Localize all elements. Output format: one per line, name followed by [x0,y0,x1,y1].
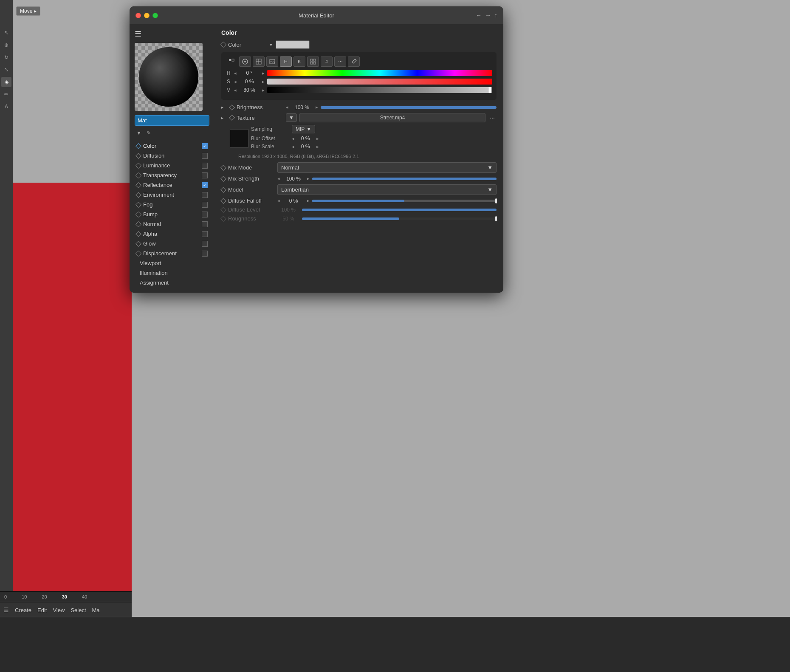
diffuse-falloff-slider[interactable] [312,200,497,202]
v-value[interactable]: 80 % [239,87,260,93]
toolbar-scale-icon[interactable]: ⤡ [1,65,11,75]
brightness-value[interactable]: 100 % [291,104,313,110]
diffuse-falloff-dec[interactable]: ◂ [277,198,280,203]
texture-type-dropdown[interactable]: ▼ [286,113,297,122]
nav-item-displacement[interactable]: Displacement [135,248,209,258]
s-dec-arrow[interactable]: ◂ [234,79,237,85]
diffuse-falloff-value[interactable]: 0 % [282,198,305,204]
toolbar-active-icon[interactable]: ◈ [1,77,11,87]
texture-filename[interactable]: Street.mp4 [299,113,485,122]
color-grid-btn[interactable] [253,56,265,67]
color-eyedropper-btn[interactable] [348,56,360,67]
menu-select[interactable]: Select [71,607,86,613]
diffuse-falloff-inc[interactable]: ▸ [307,198,310,203]
nav-item-color[interactable]: Color [135,141,209,151]
brightness-dec[interactable]: ◂ [286,104,288,110]
toolbar-text-icon[interactable]: A [1,102,11,112]
nav-item-illumination[interactable]: Illumination [135,268,209,278]
nav-item-alpha[interactable]: Alpha [135,229,209,239]
menu-ma[interactable]: Ma [92,607,100,613]
h-dec-arrow[interactable]: ◂ [234,71,237,76]
mix-strength-value[interactable]: 100 % [282,176,305,182]
color-k-btn[interactable]: K [293,56,305,67]
nav-item-diffusion[interactable]: Diffusion [135,151,209,161]
brightness-slider[interactable] [321,106,497,109]
s-inc-arrow[interactable]: ▸ [262,79,265,85]
nav-item-assignment[interactable]: Assignment [135,278,209,288]
brightness-inc[interactable]: ▸ [316,104,318,110]
v-inc-arrow[interactable]: ▸ [262,88,265,93]
nav-checkbox-transparency[interactable] [202,172,208,178]
color-dots-btn[interactable]: ⋯ [334,56,346,67]
brightness-expand[interactable]: ▸ [221,105,227,110]
model-dropdown[interactable]: Lambertian ▼ [277,184,497,195]
edit-tool-dropdown[interactable]: ▼ [135,129,143,137]
mix-mode-dropdown[interactable]: Normal ▼ [277,162,497,173]
h-inc-arrow[interactable]: ▸ [262,71,265,76]
sat-slider[interactable] [267,79,492,85]
color-corner-icon[interactable] [226,56,237,67]
close-button[interactable] [135,13,141,18]
hamburger-menu[interactable]: ☰ [135,29,209,39]
color-hash-btn[interactable]: # [321,56,333,67]
color-preview-swatch[interactable] [276,40,310,49]
blur-scale-dec[interactable]: ◂ [292,144,294,150]
nav-checkbox-fog[interactable] [202,202,208,208]
hue-slider[interactable] [267,70,492,76]
color-cs-btn[interactable] [307,56,319,67]
nav-item-glow[interactable]: Glow [135,239,209,248]
nav-checkbox-color[interactable] [202,143,208,149]
blur-offset-dec[interactable]: ◂ [292,136,294,141]
color-wheel-btn[interactable] [239,56,251,67]
blur-scale-inc[interactable]: ▸ [316,144,319,150]
edit-tool-pencil[interactable]: ✎ [145,129,152,137]
blur-scale-value[interactable]: 0 % [297,144,314,150]
nav-forward-arrow[interactable]: → [485,12,491,19]
minimize-button[interactable] [144,13,150,18]
nav-item-fog[interactable]: Fog [135,200,209,209]
nav-up-arrow[interactable]: ↑ [494,12,497,19]
mix-strength-slider[interactable] [312,178,497,180]
mix-strength-inc[interactable]: ▸ [307,176,310,181]
move-button[interactable]: Move ▸ [16,6,40,16]
nav-item-bump[interactable]: Bump [135,209,209,219]
color-image-btn[interactable] [266,56,278,67]
nav-checkbox-luminance[interactable] [202,163,208,169]
toolbar-rotate-icon[interactable]: ↻ [1,52,11,62]
menu-view[interactable]: View [53,607,65,613]
maximize-button[interactable] [152,13,158,18]
val-slider[interactable] [267,87,492,93]
nav-checkbox-diffusion[interactable] [202,153,208,159]
color-dropdown-arrow[interactable]: ▼ [269,42,273,47]
h-value[interactable]: 0 ° [239,70,260,76]
color-h-btn[interactable]: H [280,56,292,67]
bottom-icon-grid[interactable]: ☰ [3,607,9,613]
toolbar-pen-icon[interactable]: ✏ [1,89,11,99]
nav-item-normal[interactable]: Normal [135,219,209,229]
blur-offset-value[interactable]: 0 % [297,136,314,141]
material-name-input[interactable] [135,115,209,126]
nav-item-reflectance[interactable]: Reflectance [135,180,209,190]
s-value[interactable]: 0 % [239,79,260,85]
nav-item-luminance[interactable]: Luminance [135,161,209,170]
sampling-value-dropdown[interactable]: MIP ▼ [292,125,315,133]
texture-more-btn[interactable]: ··· [488,114,497,121]
nav-checkbox-environment[interactable] [202,192,208,198]
menu-create[interactable]: Create [15,607,31,613]
nav-checkbox-bump[interactable] [202,212,208,217]
toolbar-move-icon[interactable]: ⊕ [1,40,11,50]
mix-strength-dec[interactable]: ◂ [277,176,280,181]
nav-item-transparency[interactable]: Transparency [135,170,209,180]
nav-checkbox-alpha[interactable] [202,231,208,237]
nav-back-arrow[interactable]: ← [476,12,482,19]
nav-item-environment[interactable]: Environment [135,190,209,200]
toolbar-cursor-icon[interactable]: ↖ [1,28,11,38]
nav-item-viewport[interactable]: Viewport [135,258,209,268]
nav-checkbox-normal[interactable] [202,221,208,227]
menu-edit[interactable]: Edit [37,607,47,613]
v-dec-arrow[interactable]: ◂ [234,88,237,93]
blur-offset-inc[interactable]: ▸ [316,136,319,141]
texture-expand[interactable]: ▸ [221,116,227,120]
nav-checkbox-glow[interactable] [202,241,208,247]
nav-checkbox-reflectance[interactable] [202,182,208,188]
